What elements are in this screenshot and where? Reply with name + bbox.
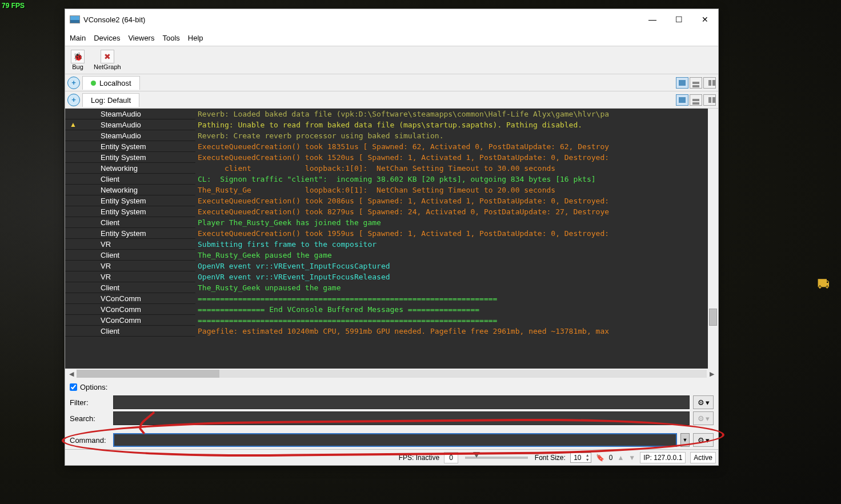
search-gear-button[interactable]: ⚙▾ [693,411,714,425]
log-source-row[interactable]: Entity System [65,195,195,206]
log-source-row[interactable]: ▲SteamAudio [65,119,195,130]
log-message-row[interactable]: CL: Signon traffic "client": incoming 38… [198,174,708,185]
maximize-button[interactable]: ☐ [666,9,692,30]
log-view-single-button[interactable] [676,94,688,106]
view-split-h-button[interactable] [690,77,702,89]
log-source-row[interactable]: Entity System [65,152,195,163]
log-message-row[interactable]: Pagefile: estimated 10240mb CPU, 5991mb … [198,326,708,337]
log-message-row[interactable]: The_Rusty_Ge loopback:0[1]: NetChan Sett… [198,185,708,195]
step-down-icon[interactable]: ▼ [628,454,635,462]
log-source-row[interactable]: Client [65,250,195,261]
log-message-row[interactable]: Submitting first frame to the compositor [198,239,708,250]
log-message-row[interactable]: =============== End VConsole Buffered Me… [198,304,708,315]
tool-bug[interactable]: 🐞 Bug [71,50,85,70]
log-tab-default[interactable]: Log: Default [82,93,139,107]
bookmark-icon[interactable]: 🔖 [596,454,604,462]
log-tab-label: Log: Default [91,96,131,105]
log-source-row[interactable]: Client [65,174,195,185]
log-source-row[interactable]: VConComm [65,293,195,304]
log-source-row[interactable]: VR [65,239,195,250]
fps-overlay: 79 FPS [2,2,25,10]
log-message-row[interactable]: ========================================… [198,293,708,304]
log-source-row[interactable]: Client [65,326,195,337]
command-dropdown-button[interactable]: ▼ [680,433,690,447]
vconsole-window: VConsole2 (64-bit) — ☐ ✕ Main Devices Vi… [65,9,719,466]
log-source-row[interactable]: Client [65,217,195,228]
command-gear-button[interactable]: ⚙▾ [693,433,714,447]
log-message-row[interactable]: Player The_Rusty_Geek has joined the gam… [198,217,708,228]
horizontal-scrollbar[interactable]: ◀ ▶ [65,369,718,379]
log-source-row[interactable]: VConComm [65,304,195,315]
game-hud-icon: ⛟ [817,277,830,292]
command-input[interactable] [113,433,677,447]
options-checkbox[interactable] [70,383,77,391]
log-message-row[interactable]: OpenVR event vr::VREvent_InputFocusCaptu… [198,261,708,271]
log-source-row[interactable]: SteamAudio [65,109,195,119]
menubar: Main Devices Viewers Tools Help [65,30,718,46]
log-message-row[interactable]: The_Rusty_Geek paused the game [198,250,708,261]
tool-netgraph-label: NetGraph [94,63,121,70]
filter-label: Filter: [70,398,110,407]
minimize-button[interactable]: — [639,9,666,30]
log-source-row[interactable]: Entity System [65,206,195,217]
log-message-row[interactable]: ExecuteQueuedCreation() took 18351us [ S… [198,141,708,152]
search-input[interactable] [113,411,690,425]
log-source-column: SteamAudio▲SteamAudioSteamAudioEntity Sy… [65,109,195,369]
log-message-row[interactable]: OpenVR event vr::VREvent_InputFocusRelea… [198,271,708,282]
warning-icon: ▲ [70,121,77,129]
log-source-row[interactable]: Networking [65,163,195,174]
log-source-row[interactable]: VR [65,261,195,271]
fontsize-spinner[interactable]: ▲▼ [570,453,591,463]
filter-input[interactable] [113,395,690,409]
window-title: VConsole2 (64-bit) [83,15,639,24]
log-message-row[interactable]: Pathing: Unable to read from baked data … [198,119,708,130]
menu-main[interactable]: Main [70,34,86,42]
add-log-button[interactable]: + [67,94,80,106]
log-message-row[interactable]: The_Rusty_Geek unpaused the game [198,282,708,293]
netgraph-icon: ✖ [101,50,114,63]
log-source-row[interactable]: Client [65,282,195,293]
log-source-row[interactable]: VConComm [65,315,195,326]
status-ip: IP: 127.0.0.1 [640,452,686,463]
step-up-icon[interactable]: ▲ [617,454,624,462]
log-message-column: Reverb: Loaded baked data file (vpk:D:\S… [195,109,708,369]
view-single-button[interactable] [676,77,688,89]
gear-icon: ⚙ [698,398,704,407]
log-message-row[interactable]: ExecuteQueuedCreation() took 1959us [ Sp… [198,228,708,239]
close-button[interactable]: ✕ [692,9,718,30]
menu-devices[interactable]: Devices [94,34,120,42]
filter-gear-button[interactable]: ⚙▾ [693,395,714,409]
log-source-row[interactable]: VR [65,271,195,282]
options-label: Options: [80,383,107,391]
view-split-v-button[interactable] [703,77,716,89]
status-fps-label: FPS: Inactive [399,454,439,462]
add-connection-button[interactable]: + [67,77,80,89]
log-message-row[interactable]: ExecuteQueuedCreation() took 8279us [ Sp… [198,206,708,217]
bottom-panel: Options: Filter: ⚙▾ Search: ⚙▾ Command: … [65,379,718,449]
log-message-row[interactable]: Reverb: Create reverb processor using ba… [198,130,708,141]
status-fps-value: 0 [444,452,458,463]
log-source-row[interactable]: Entity System [65,141,195,152]
fontsize-input[interactable] [571,454,584,462]
log-source-row[interactable]: Entity System [65,228,195,239]
titlebar[interactable]: VConsole2 (64-bit) — ☐ ✕ [65,9,718,30]
log-source-row[interactable]: Networking [65,185,195,195]
log-message-row[interactable]: ExecuteQueuedCreation() took 2086us [ Sp… [198,195,708,206]
log-message-row[interactable]: ExecuteQueuedCreation() took 1520us [ Sp… [198,152,708,163]
menu-help[interactable]: Help [188,34,203,42]
gear-icon: ⚙ [698,414,704,423]
connection-tab-localhost[interactable]: Localhost [82,76,140,90]
tool-netgraph[interactable]: ✖ NetGraph [94,50,121,70]
log-message-row[interactable]: ========================================… [198,315,708,326]
log-view-split-h-button[interactable] [690,94,702,106]
menu-tools[interactable]: Tools [162,34,179,42]
toolbar: 🐞 Bug ✖ NetGraph [65,46,718,74]
search-label: Search: [70,414,110,423]
menu-viewers[interactable]: Viewers [128,34,154,42]
log-source-row[interactable]: SteamAudio [65,130,195,141]
log-view-split-v-button[interactable] [703,94,716,106]
fps-slider[interactable] [465,457,528,459]
log-message-row[interactable]: client loopback:1[0]: NetChan Setting Ti… [198,163,708,174]
log-message-row[interactable]: Reverb: Loaded baked data file (vpk:D:\S… [198,109,708,119]
vertical-scrollbar[interactable] [708,109,718,369]
